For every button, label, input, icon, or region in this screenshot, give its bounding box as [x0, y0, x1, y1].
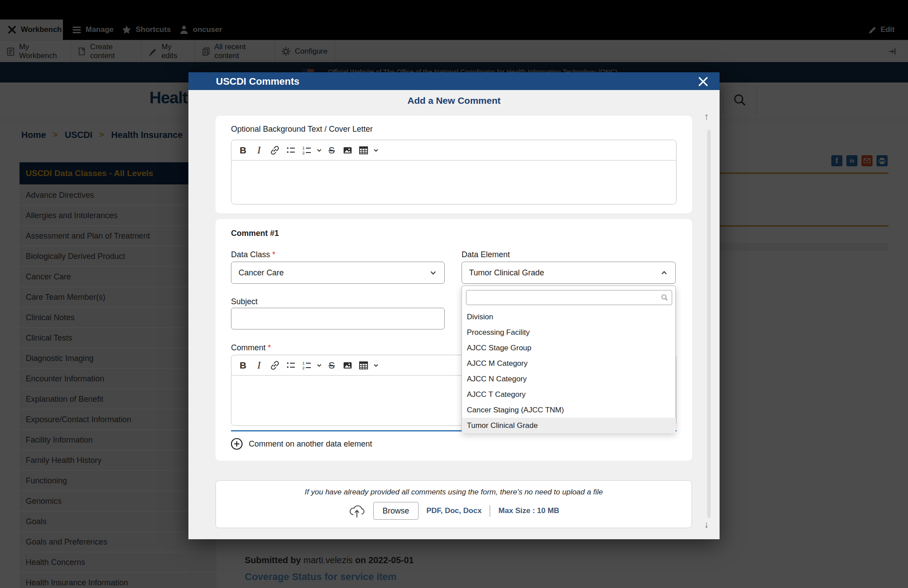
chevron-down-icon[interactable] — [372, 357, 380, 373]
dropdown-option[interactable]: Division — [462, 309, 676, 325]
data-element-dropdown: DivisionProcessing FacilityAJCC Stage Gr… — [462, 286, 676, 433]
chevron-down-icon[interactable] — [315, 142, 324, 158]
data-element-value: Tumor Clinical Grade — [469, 268, 544, 278]
comment-card: Comment #1 Data Class * Data Element Can… — [215, 219, 692, 461]
bulleted-list-icon[interactable] — [283, 142, 299, 158]
italic-icon[interactable]: I — [251, 142, 267, 158]
dropdown-option[interactable]: Processing Facility — [462, 325, 676, 340]
data-class-value: Cancer Care — [239, 268, 284, 278]
data-class-label: Data Class * — [231, 250, 275, 259]
bold-icon[interactable]: B — [235, 142, 251, 158]
svg-text:1: 1 — [302, 146, 305, 150]
bulleted-list-icon[interactable] — [283, 357, 299, 373]
screen: Workbench Manage Shortcuts — [0, 0, 908, 588]
add-comment-label: Comment on another data element — [249, 439, 372, 449]
chevron-down-icon[interactable] — [315, 357, 324, 373]
dropdown-search — [466, 290, 672, 305]
scroll-down-icon[interactable]: ↓ — [704, 519, 709, 530]
scroll-up-icon[interactable]: ↑ — [704, 111, 709, 122]
dropdown-option[interactable]: AJCC Stage Group — [462, 340, 676, 356]
data-element-label: Data Element — [462, 250, 510, 259]
upload-note: If you have already provided all comment… — [216, 488, 692, 497]
upload-card: If you have already provided all comment… — [215, 480, 692, 528]
add-comment-row[interactable]: Comment on another data element — [230, 437, 372, 451]
strikethrough-icon[interactable]: S — [324, 142, 340, 158]
dropdown-option[interactable]: Tumor Clinical Grade — [462, 418, 676, 433]
data-element-select[interactable]: Tumor Clinical Grade — [462, 262, 676, 284]
svg-text:2: 2 — [302, 366, 305, 370]
dropdown-option[interactable]: Cancer Staging (AJCC TNM) — [462, 402, 676, 418]
image-icon[interactable] — [340, 142, 356, 158]
chevron-down-icon[interactable] — [372, 142, 380, 158]
background-text-card: Optional Background Text / Cover Letter … — [215, 116, 692, 213]
background-editor: B I 12 S — [231, 140, 677, 204]
image-icon[interactable] — [340, 357, 356, 373]
comment-label: Comment * — [231, 343, 271, 353]
chevron-up-icon — [660, 269, 668, 277]
strikethrough-icon[interactable]: S — [324, 357, 340, 373]
bold-icon[interactable]: B — [235, 357, 251, 373]
italic-icon[interactable]: I — [251, 357, 267, 373]
dropdown-option[interactable]: AJCC N Category — [462, 371, 676, 387]
table-icon[interactable] — [356, 142, 372, 158]
required-asterisk: * — [272, 250, 275, 259]
browse-button[interactable]: Browse — [373, 502, 419, 520]
max-size-text: Max Size : 10 MB — [498, 506, 559, 515]
table-icon[interactable] — [356, 357, 372, 373]
editor-toolbar: B I 12 S — [231, 140, 676, 161]
data-class-select[interactable]: Cancer Care — [231, 262, 445, 284]
dropdown-option[interactable]: AJCC M Category — [462, 356, 676, 371]
comment-section-title: Comment #1 — [231, 229, 279, 238]
uscdi-comments-modal: USCDI Comments Add a New Comment ↑ ↓ Opt… — [188, 72, 720, 539]
modal-scrollbar[interactable] — [707, 130, 711, 518]
svg-text:2: 2 — [302, 151, 305, 155]
subject-input[interactable] — [231, 308, 445, 329]
chevron-down-icon — [429, 269, 437, 277]
cloud-upload-icon — [348, 503, 365, 519]
modal-title: USCDI Comments — [216, 76, 299, 87]
close-icon[interactable] — [697, 76, 709, 87]
numbered-list-icon[interactable]: 12 — [299, 357, 315, 373]
background-editor-body[interactable] — [231, 161, 676, 204]
dropdown-options: DivisionProcessing FacilityAJCC Stage Gr… — [462, 309, 676, 433]
search-icon — [661, 294, 669, 302]
subject-label: Subject — [231, 297, 258, 306]
modal-heading: Add a New Comment — [188, 95, 720, 106]
required-asterisk: * — [268, 343, 271, 352]
upload-divider — [489, 505, 490, 517]
numbered-list-icon[interactable]: 12 — [299, 142, 315, 158]
background-text-label: Optional Background Text / Cover Letter — [231, 125, 373, 134]
svg-text:1: 1 — [302, 361, 305, 365]
file-types-text: PDF, Doc, Docx — [427, 506, 482, 515]
dropdown-option[interactable]: AJCC T Category — [462, 387, 676, 402]
plus-circle-icon — [230, 437, 243, 451]
link-icon[interactable] — [267, 357, 283, 373]
link-icon[interactable] — [267, 142, 283, 158]
upload-row: Browse PDF, Doc, Docx Max Size : 10 MB — [216, 502, 692, 520]
dropdown-search-input[interactable] — [466, 290, 672, 305]
modal-header: USCDI Comments — [188, 72, 720, 90]
